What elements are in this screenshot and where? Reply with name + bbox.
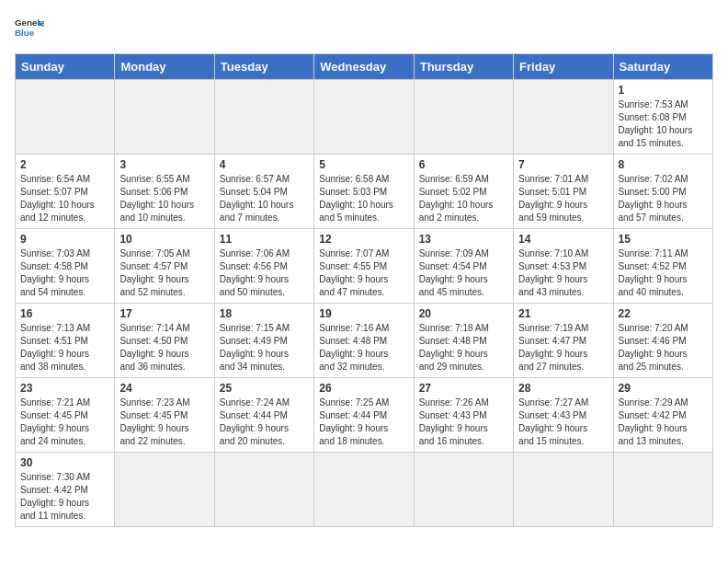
calendar-week-5: 30Sunrise: 7:30 AM Sunset: 4:42 PM Dayli… <box>16 453 713 527</box>
calendar-cell: 7Sunrise: 7:01 AM Sunset: 5:01 PM Daylig… <box>514 155 613 229</box>
calendar-cell: 21Sunrise: 7:19 AM Sunset: 4:47 PM Dayli… <box>514 304 613 378</box>
calendar-cell: 24Sunrise: 7:23 AM Sunset: 4:45 PM Dayli… <box>115 378 214 453</box>
day-info: Sunrise: 7:29 AM Sunset: 4:42 PM Dayligh… <box>619 396 708 448</box>
calendar-cell: 20Sunrise: 7:18 AM Sunset: 4:48 PM Dayli… <box>414 304 513 378</box>
day-number: 2 <box>20 158 109 171</box>
day-number: 5 <box>319 158 408 171</box>
logo: General Blue <box>15 15 44 44</box>
day-info: Sunrise: 7:15 AM Sunset: 4:49 PM Dayligh… <box>220 322 309 373</box>
day-number: 17 <box>119 307 209 320</box>
day-number: 30 <box>20 456 109 469</box>
calendar-cell: 23Sunrise: 7:21 AM Sunset: 4:45 PM Dayli… <box>16 378 115 453</box>
calendar-week-0: 1Sunrise: 7:53 AM Sunset: 6:08 PM Daylig… <box>16 80 713 155</box>
calendar-cell: 29Sunrise: 7:29 AM Sunset: 4:42 PM Dayli… <box>613 378 712 453</box>
day-number: 10 <box>119 233 209 246</box>
day-info: Sunrise: 7:05 AM Sunset: 4:57 PM Dayligh… <box>119 247 209 299</box>
day-number: 20 <box>419 307 508 320</box>
day-number: 29 <box>619 382 708 395</box>
day-info: Sunrise: 7:02 AM Sunset: 5:00 PM Dayligh… <box>619 173 708 224</box>
calendar-cell: 3Sunrise: 6:55 AM Sunset: 5:06 PM Daylig… <box>115 155 214 229</box>
calendar-cell: 27Sunrise: 7:26 AM Sunset: 4:43 PM Dayli… <box>414 378 513 453</box>
calendar-cell <box>16 80 115 155</box>
day-header-monday: Monday <box>115 54 214 80</box>
calendar-cell <box>214 453 313 527</box>
calendar-cell <box>514 80 613 155</box>
day-info: Sunrise: 7:25 AM Sunset: 4:44 PM Dayligh… <box>319 396 408 448</box>
day-info: Sunrise: 7:24 AM Sunset: 4:44 PM Dayligh… <box>220 396 309 448</box>
logo-icon: General Blue <box>15 15 44 44</box>
calendar-cell: 17Sunrise: 7:14 AM Sunset: 4:50 PM Dayli… <box>115 304 214 378</box>
day-number: 27 <box>419 382 508 395</box>
calendar-cell <box>613 453 712 527</box>
calendar-cell: 26Sunrise: 7:25 AM Sunset: 4:44 PM Dayli… <box>314 378 414 453</box>
day-header-thursday: Thursday <box>414 54 513 80</box>
calendar-cell: 9Sunrise: 7:03 AM Sunset: 4:58 PM Daylig… <box>16 229 115 304</box>
day-number: 21 <box>518 307 608 320</box>
day-info: Sunrise: 7:09 AM Sunset: 4:54 PM Dayligh… <box>419 247 508 299</box>
calendar-cell: 10Sunrise: 7:05 AM Sunset: 4:57 PM Dayli… <box>115 229 214 304</box>
day-number: 18 <box>220 307 309 320</box>
calendar-cell: 2Sunrise: 6:54 AM Sunset: 5:07 PM Daylig… <box>16 155 115 229</box>
day-number: 4 <box>220 158 309 171</box>
calendar-cell: 5Sunrise: 6:58 AM Sunset: 5:03 PM Daylig… <box>314 155 414 229</box>
calendar-cell: 12Sunrise: 7:07 AM Sunset: 4:55 PM Dayli… <box>314 229 414 304</box>
day-info: Sunrise: 7:26 AM Sunset: 4:43 PM Dayligh… <box>419 396 508 448</box>
calendar-cell: 18Sunrise: 7:15 AM Sunset: 4:49 PM Dayli… <box>214 304 313 378</box>
day-number: 1 <box>619 84 708 97</box>
calendar-cell: 13Sunrise: 7:09 AM Sunset: 4:54 PM Dayli… <box>414 229 513 304</box>
day-info: Sunrise: 7:11 AM Sunset: 4:52 PM Dayligh… <box>619 247 708 299</box>
calendar-cell <box>214 80 313 155</box>
calendar-cell <box>414 80 513 155</box>
day-number: 6 <box>419 158 508 171</box>
day-header-saturday: Saturday <box>613 54 712 80</box>
svg-text:Blue: Blue <box>15 28 35 38</box>
day-number: 25 <box>220 382 309 395</box>
day-info: Sunrise: 7:21 AM Sunset: 4:45 PM Dayligh… <box>20 396 109 448</box>
day-number: 3 <box>119 158 209 171</box>
day-info: Sunrise: 7:13 AM Sunset: 4:51 PM Dayligh… <box>20 322 109 373</box>
calendar-week-2: 9Sunrise: 7:03 AM Sunset: 4:58 PM Daylig… <box>16 229 713 304</box>
day-number: 28 <box>518 382 608 395</box>
day-number: 22 <box>619 307 708 320</box>
day-info: Sunrise: 7:19 AM Sunset: 4:47 PM Dayligh… <box>518 322 608 373</box>
day-info: Sunrise: 7:03 AM Sunset: 4:58 PM Dayligh… <box>20 247 109 299</box>
day-number: 26 <box>319 382 408 395</box>
day-info: Sunrise: 7:16 AM Sunset: 4:48 PM Dayligh… <box>319 322 408 373</box>
day-info: Sunrise: 7:27 AM Sunset: 4:43 PM Dayligh… <box>518 396 608 448</box>
calendar-cell <box>414 453 513 527</box>
day-number: 24 <box>119 382 209 395</box>
day-number: 9 <box>20 233 109 246</box>
day-info: Sunrise: 7:30 AM Sunset: 4:42 PM Dayligh… <box>20 471 109 523</box>
day-info: Sunrise: 7:20 AM Sunset: 4:46 PM Dayligh… <box>619 322 708 373</box>
calendar-cell: 22Sunrise: 7:20 AM Sunset: 4:46 PM Dayli… <box>613 304 712 378</box>
calendar-cell: 15Sunrise: 7:11 AM Sunset: 4:52 PM Dayli… <box>613 229 712 304</box>
day-info: Sunrise: 6:55 AM Sunset: 5:06 PM Dayligh… <box>119 173 209 224</box>
day-number: 14 <box>518 233 608 246</box>
calendar-week-3: 16Sunrise: 7:13 AM Sunset: 4:51 PM Dayli… <box>16 304 713 378</box>
calendar-cell: 14Sunrise: 7:10 AM Sunset: 4:53 PM Dayli… <box>514 229 613 304</box>
day-info: Sunrise: 7:01 AM Sunset: 5:01 PM Dayligh… <box>518 173 608 224</box>
day-header-sunday: Sunday <box>16 54 115 80</box>
calendar-cell <box>115 453 214 527</box>
day-info: Sunrise: 6:57 AM Sunset: 5:04 PM Dayligh… <box>220 173 309 224</box>
day-number: 19 <box>319 307 408 320</box>
day-info: Sunrise: 6:59 AM Sunset: 5:02 PM Dayligh… <box>419 173 508 224</box>
day-number: 7 <box>518 158 608 171</box>
calendar-cell: 8Sunrise: 7:02 AM Sunset: 5:00 PM Daylig… <box>613 155 712 229</box>
calendar-cell <box>314 80 414 155</box>
calendar-cell: 28Sunrise: 7:27 AM Sunset: 4:43 PM Dayli… <box>514 378 613 453</box>
calendar-cell: 16Sunrise: 7:13 AM Sunset: 4:51 PM Dayli… <box>16 304 115 378</box>
day-info: Sunrise: 7:07 AM Sunset: 4:55 PM Dayligh… <box>319 247 408 299</box>
calendar-cell: 6Sunrise: 6:59 AM Sunset: 5:02 PM Daylig… <box>414 155 513 229</box>
day-header-wednesday: Wednesday <box>314 54 414 80</box>
day-number: 23 <box>20 382 109 395</box>
day-info: Sunrise: 6:54 AM Sunset: 5:07 PM Dayligh… <box>20 173 109 224</box>
calendar-week-1: 2Sunrise: 6:54 AM Sunset: 5:07 PM Daylig… <box>16 155 713 229</box>
calendar-cell <box>314 453 414 527</box>
calendar-cell: 11Sunrise: 7:06 AM Sunset: 4:56 PM Dayli… <box>214 229 313 304</box>
calendar-cell <box>115 80 214 155</box>
day-info: Sunrise: 7:06 AM Sunset: 4:56 PM Dayligh… <box>220 247 309 299</box>
day-info: Sunrise: 7:23 AM Sunset: 4:45 PM Dayligh… <box>119 396 209 448</box>
header: General Blue <box>15 15 713 44</box>
day-header-tuesday: Tuesday <box>214 54 313 80</box>
